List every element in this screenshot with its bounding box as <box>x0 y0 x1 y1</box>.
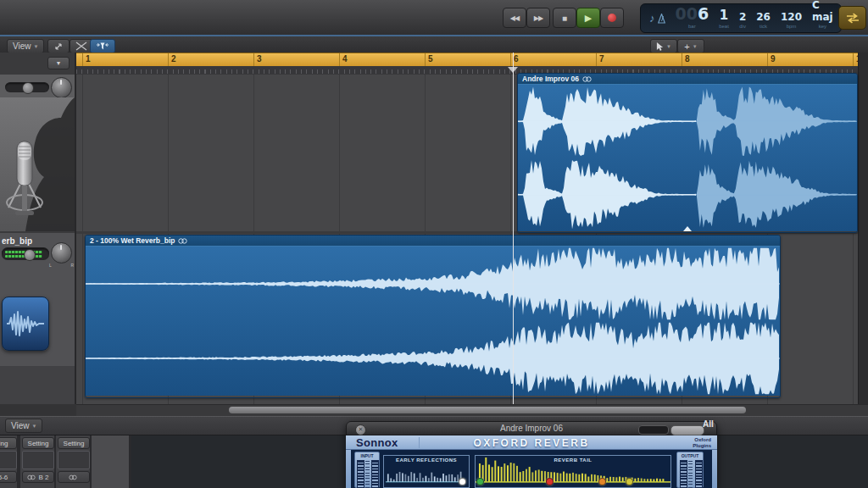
envelope-node[interactable] <box>459 478 466 485</box>
strip2-setting-button[interactable]: Setting <box>22 437 54 449</box>
catch-funnel-icon <box>96 42 109 51</box>
waveform-icon <box>7 309 44 338</box>
track1-pan-knob[interactable]: LR <box>51 77 72 98</box>
plugin-sidechain-menu[interactable] <box>638 425 669 435</box>
forward-button[interactable]: ▶▶ <box>526 8 550 28</box>
track2-level-meter[interactable] <box>2 247 49 260</box>
strip3-insert-slot[interactable] <box>58 451 90 469</box>
plugin-window-oxford-reverb[interactable]: ✕ Andre Improv 06 Sonnox OXFORD REVERB O… <box>346 421 717 488</box>
plugin-compare-control[interactable] <box>670 425 704 435</box>
lcd-key-label: key <box>819 23 826 30</box>
output-meter-left <box>680 460 687 488</box>
stereo-icon <box>178 238 187 244</box>
lcd-mode-icons[interactable]: ♪ <box>644 4 670 32</box>
track1-header[interactable]: LR <box>0 75 75 231</box>
level-slider-thumb[interactable] <box>24 249 36 261</box>
lcd-bar-field[interactable]: 006 bar <box>670 4 715 32</box>
stop-button[interactable]: ■ <box>553 8 576 28</box>
audio-region-andre-improv[interactable]: Andre Improv 06 <box>517 73 858 233</box>
playhead-line <box>513 53 514 404</box>
lcd-bar-value: 6 <box>698 4 709 23</box>
strip1-setting-button[interactable]: Setting <box>0 437 17 449</box>
lcd-bar-label: bar <box>688 23 696 30</box>
drag-arrows-icon <box>53 42 64 52</box>
mixer-view-menu-button[interactable]: View▼ <box>5 419 42 433</box>
record-button[interactable] <box>600 8 624 28</box>
bar-number: 1 <box>86 54 91 64</box>
strip3-output-button[interactable] <box>58 471 90 483</box>
track-header-footer <box>0 366 75 404</box>
crosshair-icon: + <box>684 42 689 52</box>
lcd-tempo-value: 120 <box>781 11 802 23</box>
output-meter-right <box>695 460 703 488</box>
lcd-tempo-label: bpm <box>787 23 797 30</box>
strip2-insert-slot[interactable] <box>22 451 54 469</box>
bar-number: 3 <box>257 54 262 64</box>
region-header[interactable]: Andre Improv 06 <box>518 74 857 85</box>
mixer-all-filter-button[interactable]: All <box>703 419 714 429</box>
stop-icon: ■ <box>562 14 567 23</box>
track1-volume-slider[interactable] <box>5 82 49 92</box>
strip2-output-button[interactable]: B 2 <box>22 471 54 483</box>
meter-scale <box>365 461 370 488</box>
input-meter-left <box>357 460 364 488</box>
pointer-tool-button[interactable]: ▼ <box>650 39 677 53</box>
bar-ruler[interactable]: 1 2 3 4 5 6 7 8 9 10 <box>76 53 868 67</box>
close-icon[interactable]: ✕ <box>355 424 366 435</box>
track-header-disclosure-button[interactable]: ▼ <box>47 57 70 69</box>
bar-number: 4 <box>342 54 348 64</box>
region-header[interactable]: 2 - 100% Wet Reverb_bip <box>86 236 780 247</box>
view-menu-button[interactable]: View▼ <box>7 39 44 53</box>
envelope-node[interactable] <box>476 478 484 485</box>
secondary-tool-button[interactable]: + ▼ <box>677 39 704 53</box>
output-meter-panel: OUTPUT <box>676 452 704 488</box>
cycle-button[interactable] <box>838 6 866 30</box>
waveform-svg <box>86 247 780 396</box>
channel-strip-4[interactable] <box>92 434 129 488</box>
region-loop-handle[interactable] <box>683 226 692 231</box>
vertical-scrollbar[interactable] <box>858 53 868 404</box>
plugin-title-bar[interactable]: ✕ Andre Improv 06 <box>346 421 717 435</box>
bar-number: 6 <box>514 54 519 64</box>
region-name: 2 - 100% Wet Reverb_bip <box>90 236 175 245</box>
stereo-icon <box>27 474 36 480</box>
lcd-tick-label: tick <box>760 23 767 30</box>
view-menu-label: View <box>13 42 31 51</box>
horizontal-scrollbar-thumb[interactable] <box>229 407 746 413</box>
drag-mode-button[interactable] <box>47 39 70 53</box>
chevron-down-icon: ▼ <box>56 60 62 66</box>
strip1-output-button[interactable]: 5-6 <box>0 471 17 483</box>
envelope-node[interactable] <box>546 478 554 485</box>
play-button[interactable]: ▶ <box>576 8 600 28</box>
bar-number: 9 <box>771 54 776 64</box>
stereo-icon <box>582 76 592 82</box>
lcd-display[interactable]: ♪ 006 bar 1 beat 2 div 26 tick 120 bpm C… <box>640 3 842 33</box>
envelope-node[interactable] <box>598 478 606 485</box>
lcd-beat-field[interactable]: 1 beat <box>714 4 734 32</box>
lcd-key-field[interactable]: C maj key <box>807 4 838 32</box>
strip1-insert-slot[interactable] <box>0 451 17 469</box>
audio-region-wet-reverb[interactable]: 2 - 100% Wet Reverb_bip <box>85 235 781 398</box>
lcd-tick-field[interactable]: 26 tick <box>751 4 776 32</box>
plugin-brand-bar: Sonnox OXFORD REVERB Oxford Plugins <box>346 435 717 450</box>
rewind-button[interactable]: ◀◀ <box>503 8 526 28</box>
lcd-div-field[interactable]: 2 div <box>734 4 751 32</box>
metronome-icon <box>658 14 665 24</box>
region-name: Andre Improv 06 <box>522 75 579 83</box>
plugin-body: INPUT EARLY REFLECTIONS REVERB TAIL OUTP… <box>346 450 717 488</box>
strip3-setting-button[interactable]: Setting <box>58 437 90 449</box>
catch-playhead-button[interactable] <box>90 39 115 53</box>
lcd-tempo-field[interactable]: 120 bpm <box>776 4 807 32</box>
lcd-bar-pad: 00 <box>676 4 698 23</box>
chevron-down-icon: ▼ <box>32 424 37 429</box>
track2-pan-knob[interactable]: LR <box>51 242 72 263</box>
volume-slider-thumb[interactable] <box>22 82 34 94</box>
chevron-down-icon: ▼ <box>666 44 671 49</box>
early-reflections-graph <box>384 456 469 487</box>
scrollbar-corner <box>0 404 76 416</box>
track-artwork-microphone <box>0 97 75 231</box>
envelope-node[interactable] <box>626 478 633 485</box>
track-icon-tile[interactable] <box>2 297 49 351</box>
plugin-window-title: Andre Improv 06 <box>500 424 563 433</box>
forward-icon: ▶▶ <box>534 14 542 22</box>
